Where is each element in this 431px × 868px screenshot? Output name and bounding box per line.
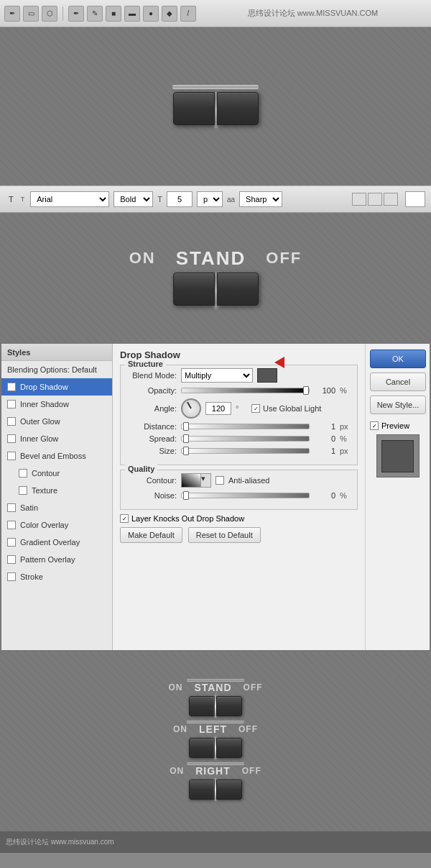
noise-label: Noise: xyxy=(126,491,177,500)
inner-glow-checkbox[interactable] xyxy=(7,434,16,443)
tool-line[interactable]: / xyxy=(180,6,196,22)
size-value: 1 xyxy=(314,447,335,455)
outer-glow-checkbox[interactable] xyxy=(7,417,16,426)
quality-section: Quality Contour: ▾ Anti-aliased Noise: xyxy=(120,470,358,510)
inner-glow-item[interactable]: Inner Glow xyxy=(1,430,112,447)
label-off-stand: OFF xyxy=(244,682,263,693)
toggle-right-mid xyxy=(217,273,259,306)
font-style-dropdown[interactable]: Bold xyxy=(113,191,153,207)
font-family-dropdown[interactable]: Arial xyxy=(30,191,109,207)
align-right[interactable] xyxy=(384,193,398,206)
spread-slider[interactable] xyxy=(181,436,310,442)
outer-glow-label: Outer Glow xyxy=(20,417,60,426)
inner-glow-label: Inner Glow xyxy=(20,434,58,443)
content-panel: Drop Shadow Structure Blend Mode: Multip… xyxy=(113,344,365,650)
contour-checkbox[interactable] xyxy=(19,469,27,478)
tool-pen2[interactable]: ✒ xyxy=(68,6,84,22)
new-style-button[interactable]: New Style... xyxy=(370,396,426,414)
anti-aliased-checkbox[interactable] xyxy=(216,476,224,485)
font-size-input[interactable] xyxy=(167,191,193,207)
blending-options-item[interactable]: Blending Options: Default xyxy=(1,361,112,378)
label-stand: STAND xyxy=(194,682,231,693)
tool-shape-ellipse[interactable]: ● xyxy=(143,6,159,22)
arrow-indicator xyxy=(274,357,284,368)
inner-shadow-checkbox[interactable] xyxy=(7,400,16,408)
gradient-overlay-item[interactable]: Gradient Overlay xyxy=(1,534,112,551)
tool-pen[interactable]: ✒ xyxy=(4,6,20,22)
stroke-checkbox[interactable] xyxy=(7,572,16,581)
color-overlay-checkbox[interactable] xyxy=(7,521,16,529)
satin-item[interactable]: Satin xyxy=(1,499,112,516)
top-toolbar: ✒ ▭ ⬡ ✒ ✎ ■ ▬ ● ◆ / 思纬设计论坛 www.MISSVUAN.… xyxy=(0,0,431,27)
anti-alias-dropdown[interactable]: Sharp xyxy=(239,191,282,207)
color-overlay-label: Color Overlay xyxy=(20,521,68,529)
label-on-right: ON xyxy=(170,766,184,776)
ok-button[interactable]: OK xyxy=(370,350,426,368)
opacity-handle[interactable] xyxy=(303,386,309,395)
bevel-emboss-item[interactable]: Bevel and Emboss xyxy=(1,447,112,465)
noise-row: Noise: 0 % xyxy=(126,491,351,500)
label-right: RIGHT xyxy=(195,765,231,777)
font-size-icon: T xyxy=(157,195,162,204)
tool-select[interactable]: ▭ xyxy=(23,6,39,22)
layer-knocks-out-checkbox[interactable]: ✓ xyxy=(120,514,129,523)
structure-legend: Structure xyxy=(125,360,166,368)
blend-mode-select[interactable]: Multiply xyxy=(181,368,253,383)
size-unit: px xyxy=(340,447,351,455)
inner-shadow-item[interactable]: Inner Shadow xyxy=(1,396,112,413)
size-slider[interactable] xyxy=(181,448,310,454)
noise-handle[interactable] xyxy=(183,491,189,500)
spread-value: 0 xyxy=(314,434,335,443)
section-title-drop-shadow: Drop Shadow xyxy=(120,350,358,360)
blend-color-swatch[interactable] xyxy=(257,368,277,383)
contour-dropdown-btn[interactable]: ▾ xyxy=(201,473,211,488)
drop-shadow-item[interactable]: ✓ Drop Shadow xyxy=(1,378,112,396)
color-overlay-item[interactable]: Color Overlay xyxy=(1,516,112,534)
opacity-unit: % xyxy=(340,386,351,395)
color-swatch-toolbar[interactable] xyxy=(405,191,425,207)
drop-shadow-checkbox[interactable]: ✓ xyxy=(7,383,16,391)
satin-checkbox[interactable] xyxy=(7,503,16,512)
font-unit-dropdown[interactable]: pt xyxy=(197,191,223,207)
angle-input[interactable] xyxy=(205,402,231,415)
use-global-light-label: Use Global Light xyxy=(263,404,321,413)
align-center[interactable] xyxy=(368,193,382,206)
toggle-group-stand: ON STAND OFF xyxy=(168,682,262,718)
align-left[interactable] xyxy=(352,193,366,206)
bevel-emboss-checkbox[interactable] xyxy=(7,452,16,460)
tool-lasso[interactable]: ⬡ xyxy=(42,6,57,22)
global-light-checkbox[interactable]: ✓ xyxy=(251,404,260,413)
texture-item[interactable]: Texture xyxy=(1,482,112,499)
texture-checkbox[interactable] xyxy=(19,486,27,495)
pattern-overlay-checkbox[interactable] xyxy=(7,555,16,564)
preview-checkbox[interactable]: ✓ xyxy=(370,421,379,430)
toggle-body-left xyxy=(189,736,242,759)
tool-shape-rect[interactable]: ■ xyxy=(106,6,121,22)
watermark-bar: 思纬设计论坛 www.missvuan.com xyxy=(0,831,431,853)
distance-slider[interactable] xyxy=(181,424,310,429)
tool-shape-poly[interactable]: ◆ xyxy=(162,6,177,22)
contour-item[interactable]: Contour xyxy=(1,465,112,482)
angle-dial[interactable] xyxy=(181,398,201,419)
spread-handle[interactable] xyxy=(183,434,189,443)
size-handle[interactable] xyxy=(183,447,189,455)
label-left: LEFT xyxy=(199,723,227,735)
reset-to-default-button[interactable]: Reset to Default xyxy=(188,527,261,543)
preview-box xyxy=(376,434,420,478)
opacity-slider[interactable] xyxy=(181,388,310,393)
font-toolbar: T T Arial Bold T pt aa Sharp xyxy=(0,186,431,213)
make-default-button[interactable]: Make Default xyxy=(120,527,182,543)
size-row: Size: 1 px xyxy=(126,447,351,455)
label-off-right: OFF xyxy=(242,766,261,776)
noise-slider[interactable] xyxy=(181,493,310,498)
gradient-overlay-checkbox[interactable] xyxy=(7,538,16,547)
stroke-label: Stroke xyxy=(20,572,43,581)
tool-shape-round[interactable]: ▬ xyxy=(124,6,140,22)
cancel-button[interactable]: Cancel xyxy=(370,373,426,391)
pattern-overlay-item[interactable]: Pattern Overlay xyxy=(1,551,112,568)
tool-brush[interactable]: ✎ xyxy=(87,6,103,22)
distance-handle[interactable] xyxy=(183,422,189,431)
outer-glow-item[interactable]: Outer Glow xyxy=(1,413,112,430)
toggle-group-left: ON LEFT OFF xyxy=(173,723,258,759)
stroke-item[interactable]: Stroke xyxy=(1,568,112,585)
